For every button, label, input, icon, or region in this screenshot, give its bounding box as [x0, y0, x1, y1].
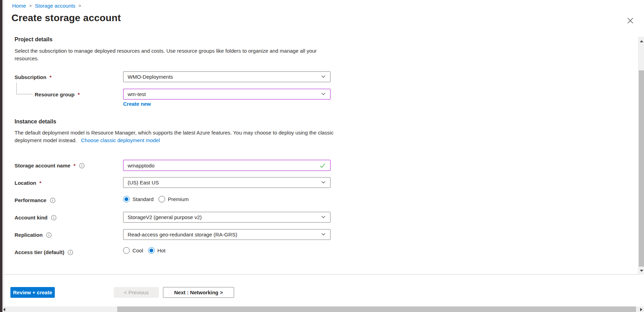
- chevron-down-icon: [321, 180, 326, 186]
- account-kind-dropdown[interactable]: StorageV2 (general purpose v2): [123, 212, 330, 223]
- scroll-down-arrow-icon[interactable]: [640, 270, 643, 272]
- horizontal-scrollbar[interactable]: [0, 306, 644, 312]
- access-tier-cool-label: Cool: [132, 248, 143, 253]
- horizontal-scrollbar-thumb[interactable]: [117, 306, 636, 312]
- resource-group-value: wm-test: [128, 91, 146, 97]
- left-panel-divider: [2, 0, 4, 306]
- breadcrumb-separator-icon: >: [78, 3, 81, 8]
- location-dropdown[interactable]: (US) East US: [123, 177, 330, 188]
- radio-unselected-icon: [158, 196, 165, 202]
- previous-button[interactable]: < Previous: [114, 287, 159, 298]
- breadcrumb-home-link[interactable]: Home: [12, 3, 26, 9]
- chevron-down-icon: [321, 74, 326, 80]
- location-value: (US) East US: [128, 180, 159, 185]
- location-label-text: Location: [15, 180, 36, 186]
- chevron-down-icon: [321, 232, 326, 238]
- access-tier-cool-radio[interactable]: Cool: [123, 247, 143, 254]
- scroll-left-arrow-icon[interactable]: [3, 308, 5, 311]
- info-icon[interactable]: [68, 250, 73, 255]
- breadcrumb-storage-accounts-link[interactable]: Storage accounts: [35, 3, 76, 9]
- vertical-scrollbar-thumb[interactable]: [639, 70, 644, 267]
- performance-standard-label: Standard: [132, 196, 154, 202]
- radio-selected-icon: [148, 247, 155, 254]
- scroll-up-arrow-icon[interactable]: [640, 40, 643, 42]
- review-create-button[interactable]: Review + create: [10, 287, 55, 298]
- performance-standard-radio[interactable]: Standard: [123, 196, 154, 202]
- field-connector-line: [16, 94, 33, 94]
- required-asterisk: *: [78, 92, 80, 97]
- create-storage-account-blade: Home > Storage accounts > Create storage…: [0, 0, 644, 312]
- info-icon[interactable]: [79, 163, 85, 168]
- performance-radio-group: Standard Premium: [123, 196, 189, 202]
- performance-premium-radio[interactable]: Premium: [158, 196, 189, 202]
- performance-label: Performance: [15, 197, 55, 203]
- access-tier-hot-radio[interactable]: Hot: [148, 247, 165, 254]
- required-asterisk: *: [74, 163, 76, 168]
- required-asterisk: *: [40, 180, 42, 186]
- create-new-resource-group-link[interactable]: Create new: [123, 101, 151, 107]
- project-details-description: Select the subscription to manage deploy…: [15, 47, 333, 62]
- scroll-right-arrow-icon[interactable]: [640, 308, 642, 311]
- access-tier-label-text: Access tier (default): [15, 249, 64, 255]
- chevron-down-icon: [321, 91, 326, 97]
- page-title: Create storage account: [11, 12, 121, 24]
- account-kind-label-text: Account kind: [15, 215, 48, 220]
- info-icon[interactable]: [46, 232, 52, 238]
- storage-account-name-label: Storage account name*: [15, 163, 85, 168]
- required-asterisk: *: [50, 74, 52, 80]
- account-kind-value: StorageV2 (general purpose v2): [128, 214, 201, 220]
- radio-selected-icon: [123, 196, 130, 202]
- subscription-dropdown[interactable]: WMO-Deployments: [123, 71, 330, 82]
- subscription-label: Subscription*: [15, 74, 52, 80]
- instance-details-heading: Instance details: [15, 119, 56, 125]
- replication-label-text: Replication: [15, 232, 43, 238]
- subscription-value: WMO-Deployments: [128, 74, 173, 80]
- close-icon: [627, 17, 634, 25]
- instance-details-description: The default deployment model is Resource…: [15, 129, 336, 144]
- subscription-label-text: Subscription: [15, 74, 46, 80]
- close-button[interactable]: [626, 17, 635, 26]
- choose-classic-deployment-link[interactable]: Choose classic deployment model: [81, 137, 160, 143]
- instance-details-text: The default deployment model is Resource…: [15, 130, 334, 143]
- next-networking-button[interactable]: Next : Networking >: [163, 287, 234, 298]
- info-icon[interactable]: [51, 215, 57, 220]
- replication-dropdown[interactable]: Read-access geo-redundant storage (RA-GR…: [123, 229, 330, 240]
- resource-group-dropdown[interactable]: wm-test: [123, 89, 330, 99]
- left-panel-edge: [0, 0, 2, 312]
- radio-unselected-icon: [123, 247, 130, 254]
- account-kind-label: Account kind: [15, 215, 57, 220]
- field-connector-line: [16, 83, 17, 94]
- location-label: Location*: [15, 180, 41, 186]
- access-tier-radio-group: Cool Hot: [123, 247, 165, 254]
- project-details-heading: Project details: [15, 36, 52, 43]
- storage-account-name-input[interactable]: [123, 160, 330, 171]
- resource-group-label: Resource group*: [35, 92, 80, 97]
- resource-group-label-text: Resource group: [35, 92, 75, 97]
- breadcrumb: Home > Storage accounts >: [12, 3, 81, 9]
- performance-label-text: Performance: [15, 197, 46, 203]
- access-tier-hot-label: Hot: [157, 248, 165, 253]
- access-tier-label: Access tier (default): [15, 249, 73, 255]
- replication-label: Replication: [15, 232, 52, 238]
- storage-account-name-label-text: Storage account name: [15, 163, 70, 168]
- footer-divider: [4, 274, 644, 275]
- info-icon[interactable]: [50, 198, 55, 203]
- replication-value: Read-access geo-redundant storage (RA-GR…: [128, 232, 237, 237]
- breadcrumb-separator-icon: >: [29, 3, 32, 8]
- vertical-scrollbar[interactable]: [638, 37, 644, 275]
- performance-premium-label: Premium: [168, 196, 189, 202]
- chevron-down-icon: [321, 214, 326, 220]
